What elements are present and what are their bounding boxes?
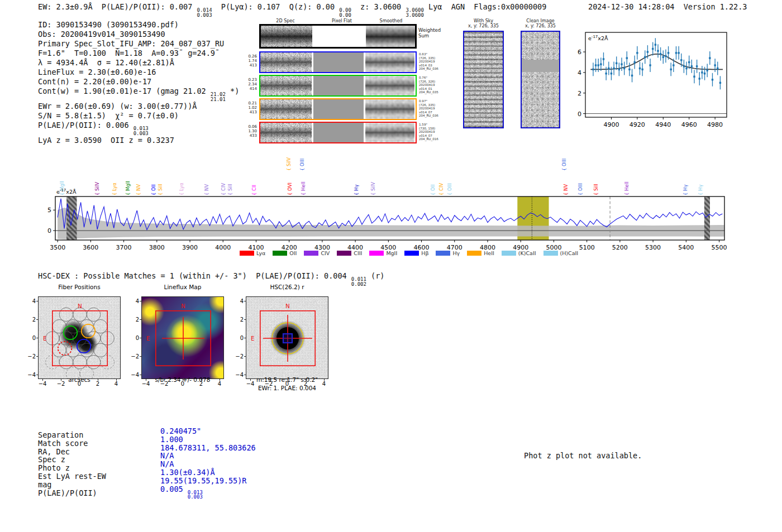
legend-label: Hγ (452, 250, 460, 256)
sup-sub-value: 0.0130.003 (188, 490, 203, 500)
svg-text:3800: 3800 (149, 244, 165, 251)
legend-label: MgII (386, 250, 397, 256)
row-fiber-annotation: 0.76" (726, 326) 20200419 v014_01 204_RU… (419, 76, 438, 94)
smoothed-cell (365, 123, 414, 142)
tick-mark (79, 379, 80, 381)
photz-note: Phot z plot not available. (524, 451, 642, 460)
x-tick-label: 4 (322, 381, 326, 387)
match-table-labels: SeparationMatch scoreRA, DecSpec zPhoto … (38, 431, 106, 497)
y-tick-label: −2 (27, 353, 36, 360)
spec2d-row (259, 51, 417, 73)
tick-mark (140, 301, 141, 301)
legend-swatch (543, 251, 558, 256)
tick-mark (140, 338, 141, 338)
svg-text:4940: 4940 (655, 121, 671, 128)
x-tick-label: 0 (285, 381, 289, 387)
tick-mark (244, 319, 246, 320)
x-tick-label: −2 (265, 381, 273, 387)
smoothed-cell (365, 52, 414, 72)
spectrum-legend: LyαOIICIVCIIIMgIIHβHγHeII(K)CaII(H)CaII (240, 250, 578, 256)
y-tick-label: −4 (27, 372, 36, 378)
svg-text:5: 5 (47, 207, 51, 214)
smoothed-cell (365, 76, 414, 95)
tick-mark (244, 301, 246, 301)
sup-sub-value: 0.0140.003 (197, 8, 212, 17)
spec2d-cell (260, 99, 312, 119)
pixelflat-cell (313, 123, 364, 142)
y-tick-label: 4 (136, 298, 139, 304)
legend-swatch (273, 251, 287, 256)
svg-text:2: 2 (578, 90, 581, 97)
compass-north: N (285, 303, 289, 309)
tick-mark (287, 379, 288, 381)
match-table-label: mag (38, 481, 106, 489)
legend-item: Hβ (404, 250, 428, 256)
spec2d-header-pixelflat: Pixel Flat (332, 18, 352, 23)
legend-label: (H)CaII (560, 250, 579, 256)
sky-banding (464, 32, 503, 127)
info-line: S/N = 5.8(±1.5) χ² = 0.7(±0.0) (38, 111, 239, 121)
match-table-values: 0.240475"1.000184.678311, 55.803626N/AN/… (160, 427, 256, 500)
y-tick-label: −4 (131, 372, 139, 378)
pixelflat-cell (314, 26, 364, 47)
info-line: Cont(n) = 2.20(±0.00)e-17 (38, 77, 239, 87)
tick-mark (183, 379, 183, 381)
row-weights-label: 0.232.34414 (245, 78, 257, 92)
svg-text:4980: 4980 (707, 121, 723, 128)
svg-text:4900: 4900 (603, 121, 619, 128)
spec2d-cell (260, 123, 312, 142)
x-tick-label: −4 (246, 381, 255, 387)
match-table-value: 19.55(19.55,19.55)R (160, 477, 256, 485)
compass-north: N (78, 303, 82, 309)
legend-item: CIV (304, 250, 330, 256)
spec2d-cell (260, 52, 312, 72)
y-tick-label: −2 (235, 353, 244, 360)
y-tick-label: 0 (136, 335, 139, 341)
spec2d-cell (261, 26, 312, 47)
tick-mark (36, 375, 38, 375)
with-sky-image (463, 31, 504, 128)
legend-item: OII (273, 250, 297, 256)
fiber-positions-title: Fiber Positions (38, 284, 121, 290)
info-line: Cont(w) = 1.90(±0.01)e-17 (gmag 21.02 21… (38, 87, 239, 102)
with-sky-coords: x, y: 726, 335 (463, 23, 504, 28)
tick-mark (140, 356, 141, 357)
svg-text:5300: 5300 (645, 244, 661, 251)
clean-image-panel: Clean Image x, y: 726, 335 (521, 18, 560, 128)
hsc-overlay: N E (246, 297, 328, 379)
fiber-positions-image: N E (38, 296, 121, 379)
spec2d-header-2dspec: 2D Spec (276, 18, 294, 23)
info-line: LyA z = 3.0590 OII z = 0.3237 (38, 136, 239, 145)
match-table-value: 1.000 (160, 435, 256, 444)
tick-mark (269, 379, 269, 381)
report-meta: 2024-12-30 14:28:04 Version 1.22.3 (588, 2, 747, 11)
legend-label: Lyα (256, 250, 265, 256)
hsc-cutout-title: HSC(26.2) r (246, 284, 328, 290)
hsc-cutout-image: N E (246, 296, 328, 379)
x-tick-label: 2 (304, 381, 307, 387)
x-tick-label: 0 (181, 381, 184, 387)
svg-text:5200: 5200 (612, 244, 628, 251)
tick-mark (140, 375, 141, 375)
tick-mark (244, 356, 246, 357)
legend-item: Hγ (436, 250, 460, 256)
y-tick-label: 2 (136, 317, 139, 323)
smoothed-cell (365, 99, 414, 119)
legend-swatch (502, 251, 516, 256)
svg-defs (0, 0, 1, 1)
legend-label: (K)CaII (518, 250, 536, 256)
svg-text:0: 0 (578, 111, 581, 118)
tick-mark (140, 319, 141, 320)
row-weights-label: 0.261.74413 (245, 54, 257, 68)
clean-image (521, 31, 560, 128)
match-table-value: N/A (160, 452, 256, 460)
info-line: LineFlux = 2.30(±0.60)e-16 (38, 68, 239, 77)
legend-item: MgII (369, 250, 397, 256)
sup-sub-value: 3.06003.0600 (406, 8, 424, 17)
info-line: λ = 4934.4Å σ = 12.40(±2.81)Å (38, 58, 239, 68)
svg-text:3500: 3500 (50, 244, 65, 251)
legend-swatch (304, 251, 318, 256)
match-table-label: P(LAE)/P(OII) (38, 489, 106, 497)
fiber-circles-dashed (46, 355, 115, 379)
y-tick-label: 4 (240, 298, 244, 304)
